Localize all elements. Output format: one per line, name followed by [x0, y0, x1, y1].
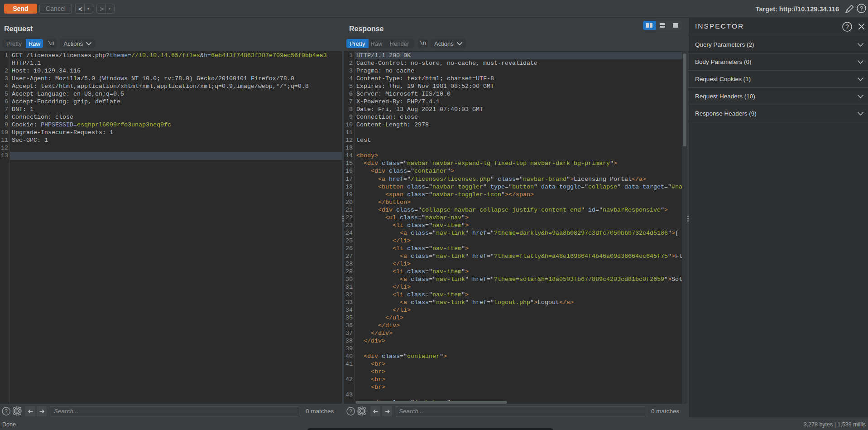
svg-text:?: ?: [845, 23, 849, 30]
svg-text:?: ?: [5, 408, 8, 415]
svg-text:?: ?: [860, 5, 863, 12]
svg-text:?: ?: [349, 408, 352, 415]
